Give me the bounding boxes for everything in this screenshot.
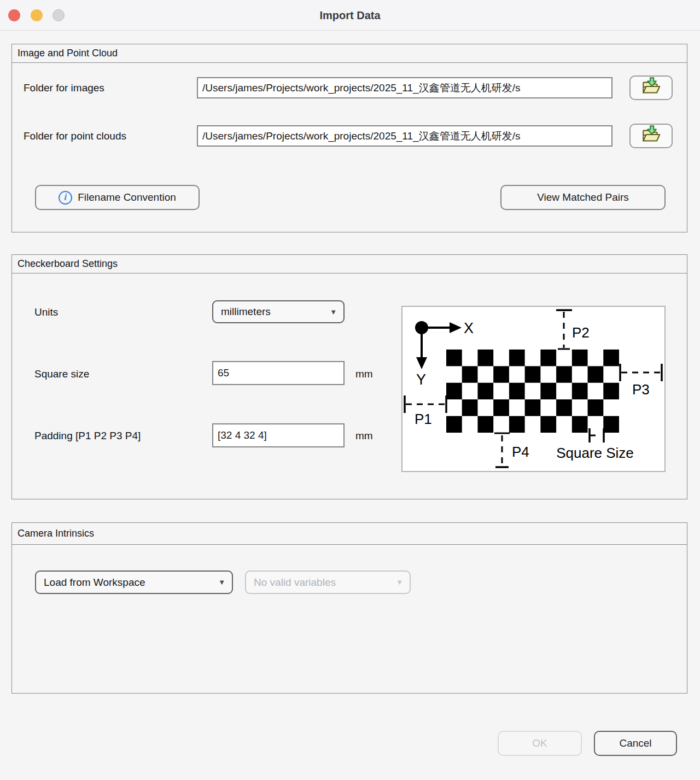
- square-size-input[interactable]: [212, 361, 345, 385]
- intrinsics-variable-dropdown-disabled: No valid variables ▼: [245, 571, 411, 594]
- x-axis-label: X: [464, 320, 474, 336]
- camera-intrinsics-section: Camera Intrinsics Load from Workspace ▼ …: [11, 522, 687, 694]
- p4-label: P4: [512, 444, 529, 460]
- section-title-camera-intrinsics: Camera Intrinsics: [12, 523, 687, 545]
- folder-pointclouds-label: Folder for point clouds: [24, 130, 126, 142]
- image-point-cloud-section: Image and Point Cloud Folder for images …: [11, 44, 687, 232]
- padding-unit-label: mm: [355, 430, 373, 442]
- padding-label: Padding [P1 P2 P3 P4]: [34, 430, 141, 442]
- intrinsics-source-value: Load from Workspace: [44, 577, 145, 589]
- window-title: Import Data: [0, 0, 700, 31]
- units-dropdown[interactable]: millimeters ▼: [212, 300, 345, 323]
- browse-images-folder-button[interactable]: [629, 75, 673, 100]
- square-size-diagram-label: Square Size: [556, 445, 634, 461]
- units-dropdown-value: millimeters: [221, 306, 271, 318]
- units-label: Units: [34, 306, 58, 318]
- chevron-down-icon: ▼: [396, 578, 403, 586]
- p1-label: P1: [415, 411, 432, 427]
- folder-images-input[interactable]: [197, 77, 612, 98]
- padding-input[interactable]: [212, 423, 345, 447]
- ok-button-disabled: OK: [498, 731, 582, 756]
- folder-images-label: Folder for images: [24, 82, 104, 94]
- section-title-image-point-cloud: Image and Point Cloud: [12, 44, 687, 63]
- folder-pointclouds-input[interactable]: [197, 125, 612, 147]
- open-folder-import-icon: [640, 77, 663, 99]
- intrinsics-variable-value: No valid variables: [254, 577, 336, 589]
- checkerboard-diagram: X Y P2 P3 P1 P4: [401, 306, 666, 472]
- square-size-unit-label: mm: [355, 368, 373, 380]
- open-folder-import-icon: [640, 125, 663, 147]
- info-icon: i: [59, 191, 72, 205]
- browse-pointclouds-folder-button[interactable]: [629, 124, 673, 148]
- title-bar: Import Data: [0, 0, 700, 31]
- view-matched-pairs-label: View Matched Pairs: [537, 191, 629, 203]
- ok-label: OK: [532, 737, 547, 749]
- cancel-button[interactable]: Cancel: [594, 731, 677, 756]
- p2-label: P2: [572, 324, 590, 341]
- chevron-down-icon: ▼: [330, 308, 337, 316]
- view-matched-pairs-button[interactable]: View Matched Pairs: [500, 185, 666, 210]
- y-axis-arrow-icon: [416, 357, 427, 369]
- filename-convention-label: Filename Convention: [78, 191, 176, 203]
- x-axis-arrow-icon: [450, 322, 462, 333]
- checkerboard-pattern: [446, 350, 619, 433]
- y-axis-label: Y: [416, 371, 426, 388]
- checkerboard-settings-section: Checkerboard Settings Units millimeters …: [11, 254, 687, 499]
- cancel-label: Cancel: [619, 737, 651, 749]
- intrinsics-source-dropdown[interactable]: Load from Workspace ▼: [35, 571, 233, 594]
- square-size-label: Square size: [34, 368, 89, 380]
- chevron-down-icon: ▼: [218, 578, 225, 586]
- section-title-checkerboard: Checkerboard Settings: [12, 255, 687, 273]
- filename-convention-button[interactable]: i Filename Convention: [35, 185, 200, 210]
- p3-label: P3: [632, 381, 650, 398]
